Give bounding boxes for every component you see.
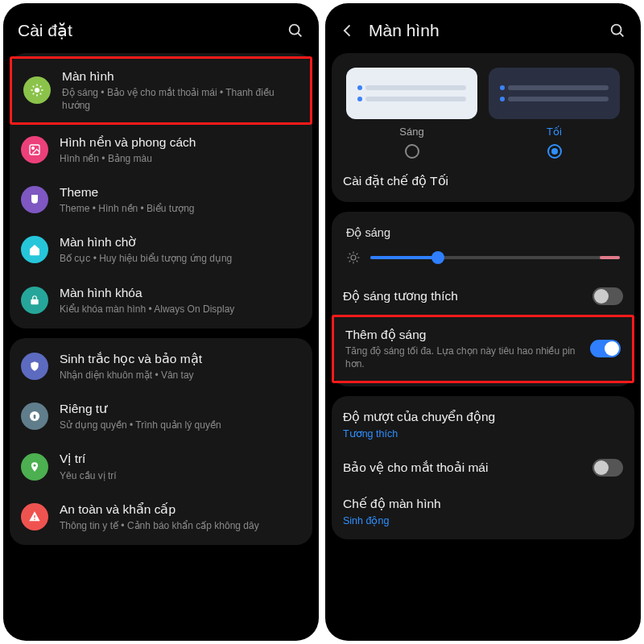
theme-option-light[interactable]: Sáng: [346, 68, 477, 159]
svg-point-2: [35, 88, 39, 93]
row-title: Vị trí: [60, 451, 301, 467]
settings-row[interactable]: Màn hìnhĐộ sáng • Bảo vệ cho mắt thoải m…: [10, 56, 312, 125]
row-title: Theme: [60, 184, 301, 200]
motion-smoothness-row[interactable]: Độ mượt của chuyển động Tương thích: [332, 399, 634, 449]
extra-brightness-row[interactable]: Thêm độ sáng Tăng độ sáng tối đa. Lựa ch…: [332, 315, 634, 383]
settings-group: Màn hìnhĐộ sáng • Bảo vệ cho mắt thoải m…: [10, 53, 312, 328]
svg-line-26: [349, 254, 351, 255]
svg-line-7: [33, 86, 35, 88]
theme-card: Sáng Tối Cài đặt chế độ Tối: [332, 53, 634, 202]
sun-icon: [346, 250, 361, 265]
svg-rect-18: [34, 519, 35, 520]
row-subtitle: Yêu cầu vị trí: [60, 469, 301, 482]
home-icon: [21, 236, 48, 263]
adaptive-brightness-toggle[interactable]: [592, 287, 623, 305]
adaptive-brightness-row[interactable]: Độ sáng tương thích: [332, 278, 634, 315]
settings-row[interactable]: Hình nền và phong cáchHình nền • Bảng mà…: [10, 125, 312, 175]
settings-list: Màn hìnhĐộ sáng • Bảo vệ cho mắt thoải m…: [3, 53, 319, 641]
header: Cài đặt: [3, 3, 319, 53]
settings-screen: Cài đặt Màn hìnhĐộ sáng • Bảo vệ cho mắt…: [3, 3, 319, 641]
row-title: Màn hình chờ: [60, 234, 301, 250]
svg-line-1: [298, 33, 301, 36]
extra-brightness-toggle[interactable]: [590, 340, 621, 357]
settings-row[interactable]: Sinh trắc học và bảo mậtNhận diện khuôn …: [10, 341, 312, 391]
row-subtitle: Theme • Hình nền • Biểu tượng: [60, 202, 301, 215]
svg-rect-15: [34, 415, 36, 419]
brush-icon: [21, 186, 48, 213]
page-title: Màn hình: [369, 21, 609, 40]
dark-mode-settings-row[interactable]: Cài đặt chế độ Tối: [332, 163, 634, 199]
row-title: Sinh trắc học và bảo mật: [60, 351, 301, 367]
screen-mode-row[interactable]: Chế độ màn hình Sinh động: [332, 486, 634, 536]
header: Màn hình: [325, 3, 641, 53]
svg-rect-17: [34, 515, 35, 518]
row-subtitle: Độ sáng • Bảo vệ cho mắt thoải mái • Tha…: [62, 86, 299, 112]
radio-dark[interactable]: [547, 144, 562, 159]
settings-row[interactable]: Riêng tưSử dụng quyền • Trình quản lý qu…: [10, 391, 312, 441]
image-icon: [21, 136, 48, 163]
eye-comfort-row[interactable]: Bảo vệ cho mắt thoải mái: [332, 449, 634, 486]
settings-row[interactable]: Màn hình khóaKiểu khóa màn hình • Always…: [10, 275, 312, 325]
svg-line-20: [620, 33, 623, 36]
settings-row[interactable]: Vị tríYêu cầu vị trí: [10, 441, 312, 491]
display-screen: Màn hình Sáng: [325, 3, 641, 641]
sos-icon: [21, 503, 48, 530]
svg-point-21: [351, 255, 356, 260]
row-subtitle: Kiểu khóa màn hình • Always On Display: [60, 303, 301, 316]
search-icon[interactable]: [287, 22, 304, 39]
brightness-slider[interactable]: [370, 256, 620, 259]
row-subtitle: Thông tin y tế • Cảnh báo khẩn cấp không…: [60, 519, 301, 532]
svg-line-8: [40, 93, 42, 95]
svg-line-10: [40, 86, 42, 88]
pin-icon: [21, 453, 48, 481]
shield-icon: [21, 353, 48, 380]
svg-point-0: [290, 25, 299, 35]
row-subtitle: Hình nền • Bảng màu: [60, 152, 301, 165]
svg-line-9: [33, 93, 35, 95]
display-misc-card: Độ mượt của chuyển động Tương thích Bảo …: [332, 396, 634, 539]
settings-row[interactable]: Màn hình chờBố cục • Huy hiệu biểu tượng…: [10, 225, 312, 275]
search-icon[interactable]: [609, 22, 626, 39]
row-title: Màn hình khóa: [60, 285, 301, 301]
page-title: Cài đặt: [18, 21, 287, 40]
row-title: Màn hình: [62, 68, 299, 85]
display-settings-list: Sáng Tối Cài đặt chế độ Tối Độ sáng: [325, 53, 641, 641]
row-title: Hình nền và phong cách: [60, 134, 301, 151]
theme-option-dark[interactable]: Tối: [489, 68, 620, 159]
theme-light-label: Sáng: [346, 126, 477, 138]
row-subtitle: Sử dụng quyền • Trình quản lý quyền: [60, 419, 301, 431]
svg-point-12: [32, 147, 35, 149]
svg-line-29: [357, 254, 358, 255]
settings-row[interactable]: ThemeTheme • Hình nền • Biểu tượng: [10, 175, 312, 225]
svg-point-16: [34, 464, 36, 466]
brightness-card: Độ sáng Độ sáng tương thích Thêm độ sáng: [332, 212, 634, 386]
settings-row[interactable]: An toàn và khẩn cấpThông tin y tế • Cảnh…: [10, 492, 312, 542]
row-subtitle: Bố cục • Huy hiệu biểu tượng ứng dụng: [60, 252, 301, 265]
radio-light[interactable]: [405, 144, 419, 159]
settings-group: Sinh trắc học và bảo mậtNhận diện khuôn …: [10, 338, 312, 545]
eye-comfort-toggle[interactable]: [592, 459, 623, 477]
svg-rect-13: [31, 299, 38, 303]
theme-dark-label: Tối: [489, 126, 620, 138]
back-icon[interactable]: [340, 23, 357, 39]
svg-line-27: [357, 261, 358, 262]
svg-line-28: [349, 261, 351, 262]
svg-point-19: [612, 25, 621, 35]
brightness-icon: [23, 76, 51, 104]
row-title: Riêng tư: [60, 401, 301, 417]
row-title: An toàn và khẩn cấp: [60, 502, 301, 518]
privacy-icon: [21, 402, 48, 430]
brightness-label: Độ sáng: [332, 215, 634, 247]
lock-icon: [21, 287, 48, 314]
row-subtitle: Nhận diện khuôn mặt • Vân tay: [60, 369, 301, 382]
